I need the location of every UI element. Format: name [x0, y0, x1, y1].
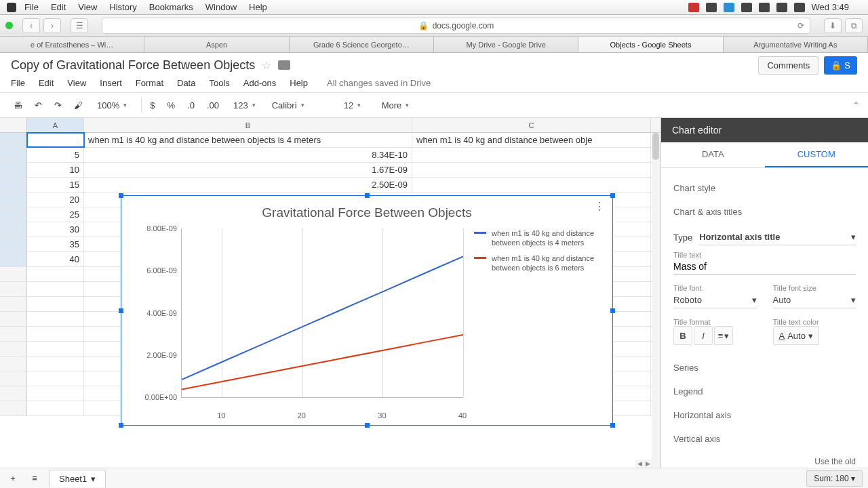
- share-button[interactable]: 🔒S: [824, 56, 857, 75]
- star-icon[interactable]: ☆: [262, 59, 271, 72]
- cell[interactable]: [412, 163, 651, 177]
- doc-title[interactable]: Copy of Gravitational Force Between Obje…: [11, 58, 255, 73]
- font-select[interactable]: Calibri▾: [266, 98, 334, 113]
- cell[interactable]: 40: [27, 252, 84, 266]
- folder-icon[interactable]: [278, 60, 290, 70]
- browser-tab[interactable]: My Drive - Google Drive: [434, 37, 578, 52]
- more-button[interactable]: More▾: [376, 98, 416, 113]
- title-type-select[interactable]: Horizontal axis title▾: [699, 229, 856, 245]
- cell[interactable]: 15: [27, 178, 84, 192]
- title-text-input[interactable]: [673, 259, 856, 274]
- chart-menu-icon[interactable]: ⋮: [594, 200, 606, 213]
- cell[interactable]: 20: [27, 192, 84, 207]
- col-header-b[interactable]: B: [84, 118, 412, 132]
- resize-handle[interactable]: [610, 193, 615, 198]
- decrease-decimal-button[interactable]: .0: [183, 97, 199, 113]
- tab-data[interactable]: DATA: [661, 142, 765, 167]
- title-font-select[interactable]: Roboto▾: [673, 292, 757, 308]
- cell[interactable]: 35: [27, 237, 84, 251]
- cell[interactable]: 1.67E-09: [84, 163, 412, 177]
- section-axis-titles[interactable]: Chart & axis titles: [673, 200, 856, 224]
- resize-handle[interactable]: [365, 423, 370, 428]
- status-icon[interactable]: [688, 3, 699, 12]
- title-size-select[interactable]: Auto▾: [773, 292, 856, 308]
- battery-icon[interactable]: [794, 3, 805, 12]
- resize-handle[interactable]: [610, 423, 615, 428]
- menu-file[interactable]: File: [11, 78, 25, 88]
- number-format-select[interactable]: 123▾: [227, 98, 262, 113]
- embedded-chart[interactable]: ⋮ Gravitational Force Between Objects 0.…: [121, 195, 613, 426]
- menu-addons[interactable]: Add-ons: [243, 78, 276, 88]
- section-horizontal-axis[interactable]: Horizontal axis: [673, 403, 856, 427]
- sidebar-button[interactable]: ☰: [71, 18, 88, 33]
- display-icon[interactable]: [741, 3, 752, 12]
- mac-menu-item[interactable]: History: [109, 2, 136, 12]
- clock[interactable]: Wed 3:49: [812, 2, 849, 12]
- section-legend[interactable]: Legend: [673, 380, 856, 403]
- cell[interactable]: [412, 148, 651, 162]
- scroll-left-icon[interactable]: ◀: [635, 460, 644, 468]
- wifi-icon[interactable]: [759, 3, 770, 12]
- back-button[interactable]: ‹: [22, 18, 40, 33]
- browser-tab[interactable]: Objects - Google Sheets: [578, 37, 723, 52]
- mac-menu-item[interactable]: Bookmarks: [149, 2, 193, 12]
- keyboard-icon[interactable]: [776, 3, 787, 12]
- menu-format[interactable]: Format: [136, 78, 163, 88]
- cell[interactable]: 8.34E-10: [84, 148, 412, 162]
- font-size-select[interactable]: 12▾: [338, 98, 372, 113]
- menu-view[interactable]: View: [67, 78, 86, 88]
- mac-menu-item[interactable]: View: [78, 2, 97, 12]
- reload-icon[interactable]: ⟳: [797, 21, 804, 30]
- section-series[interactable]: Series: [673, 356, 856, 380]
- redo-button[interactable]: ↷: [50, 97, 66, 113]
- section-vertical-axis[interactable]: Vertical axis: [673, 427, 856, 451]
- resize-handle[interactable]: [119, 193, 123, 198]
- print-button[interactable]: 🖶: [9, 97, 26, 113]
- spreadsheet-grid[interactable]: A B C when m1 is 40 kg and distance betw…: [0, 118, 660, 468]
- col-header-c[interactable]: C: [412, 118, 651, 132]
- cell[interactable]: [27, 133, 84, 147]
- browser-tab[interactable]: Aspen: [144, 37, 289, 52]
- collapse-toolbar-icon[interactable]: ⌃: [852, 100, 860, 110]
- cell[interactable]: 30: [27, 222, 84, 237]
- cell[interactable]: 10: [27, 163, 84, 177]
- forward-button[interactable]: ›: [43, 18, 61, 33]
- add-sheet-button[interactable]: +: [5, 470, 20, 487]
- cell[interactable]: when m1 is 40 kg and distance between ob…: [84, 133, 412, 147]
- menu-tools[interactable]: Tools: [209, 78, 229, 88]
- bold-button[interactable]: B: [673, 326, 692, 345]
- status-icon[interactable]: [706, 3, 717, 12]
- mac-menu-item[interactable]: Window: [205, 2, 237, 12]
- paint-format-button[interactable]: 🖌: [70, 97, 87, 113]
- apple-icon[interactable]: [7, 3, 16, 12]
- col-header-a[interactable]: A: [27, 118, 84, 132]
- comments-button[interactable]: Comments: [758, 56, 818, 75]
- cell[interactable]: 5: [27, 148, 84, 162]
- percent-button[interactable]: %: [163, 97, 179, 113]
- currency-button[interactable]: $: [141, 97, 159, 113]
- mac-menu-item[interactable]: Edit: [51, 2, 66, 12]
- align-button[interactable]: ≡▾: [714, 326, 733, 345]
- tabs-button[interactable]: ⧉: [845, 18, 863, 33]
- cell[interactable]: 2.50E-09: [84, 178, 412, 192]
- mac-menu-item[interactable]: Help: [249, 2, 267, 12]
- resize-handle[interactable]: [610, 308, 615, 313]
- menu-data[interactable]: Data: [177, 78, 195, 88]
- mac-menu-item[interactable]: File: [24, 2, 39, 12]
- title-color-select[interactable]: AAuto▾: [773, 326, 819, 345]
- cell[interactable]: [412, 178, 651, 192]
- menu-edit[interactable]: Edit: [39, 78, 54, 88]
- vertical-scrollbar[interactable]: [652, 133, 660, 468]
- browser-tab[interactable]: Argumentative Writing As: [724, 37, 868, 52]
- resize-handle[interactable]: [119, 423, 123, 428]
- italic-button[interactable]: I: [694, 326, 713, 345]
- increase-decimal-button[interactable]: .00: [203, 97, 223, 113]
- scroll-right-icon[interactable]: ▶: [644, 460, 652, 468]
- menu-help[interactable]: Help: [290, 78, 308, 88]
- downloads-button[interactable]: ⬇: [824, 18, 842, 33]
- maximize-button[interactable]: [5, 22, 13, 29]
- status-icon[interactable]: [724, 3, 734, 12]
- browser-tab[interactable]: Grade 6 Science Georgeto…: [290, 37, 434, 52]
- browser-tab[interactable]: e of Eratosthenes – Wi…: [0, 37, 144, 52]
- tab-customize[interactable]: CUSTOM: [765, 142, 869, 167]
